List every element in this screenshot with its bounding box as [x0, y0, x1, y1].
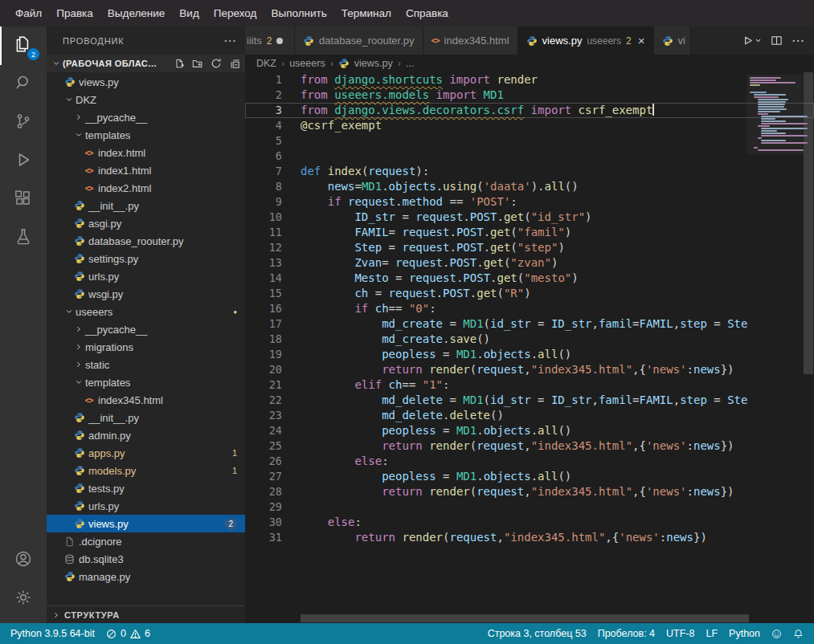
tab-vi[interactable]: vi: [654, 26, 691, 55]
code-line-15[interactable]: 15 ch = request.POST.get("R"): [245, 286, 814, 301]
tree-item-asgi.py[interactable]: asgi.py: [47, 214, 245, 232]
code-line-11[interactable]: 11 FAMIL= request.POST.get("famil"): [245, 225, 814, 240]
tab-iiits[interactable]: iiits2: [245, 26, 295, 55]
tree-item-db.sqlite3[interactable]: db.sqlite3: [47, 550, 245, 568]
tree-item-index1.html[interactable]: <>index1.html: [47, 161, 245, 179]
tree-item-views.py[interactable]: views.py2: [47, 515, 245, 532]
indentation-indicator[interactable]: Пробелов: 4: [592, 623, 661, 644]
tree-item-__pycache__[interactable]: __pycache__: [47, 108, 245, 126]
breadcrumb-item-views[interactable]: views.py: [354, 58, 393, 69]
vertical-scrollbar[interactable]: [804, 72, 813, 374]
code-line-17[interactable]: 17 md_create = MD1(id_str = ID_str,famil…: [245, 316, 814, 332]
run-dropdown-chevron-icon[interactable]: [755, 37, 762, 44]
menu-item-8[interactable]: Справка: [399, 3, 456, 23]
settings-button[interactable]: [0, 580, 47, 618]
refresh-icon[interactable]: [211, 58, 222, 69]
workspace-section-header[interactable]: (РАБОЧАЯ ОБЛАСТЬ) ...: [47, 55, 245, 72]
tree-item-urls.py[interactable]: urls.py: [47, 497, 245, 515]
menu-item-1[interactable]: Файл: [8, 3, 49, 23]
code-line-14[interactable]: 14 Mesto = request.POST.get("mesto"): [245, 271, 814, 286]
code-line-22[interactable]: 22 md_delete = MD1(id_str = ID_str,famil…: [245, 393, 814, 408]
code-line-31[interactable]: 31 return render(request,"index345.html"…: [245, 530, 814, 545]
breadcrumb-item-dkz[interactable]: DKZ: [256, 58, 276, 69]
account-button[interactable]: [0, 541, 47, 580]
outline-section-header[interactable]: СТРУКТУРА: [47, 605, 245, 623]
code-editor[interactable]: 1from django.shortcuts import render2fro…: [245, 72, 814, 623]
language-mode-indicator[interactable]: Python: [723, 623, 766, 644]
code-line-19[interactable]: 19 peopless = MD1.objects.all(): [245, 347, 814, 362]
tree-item-wsgi.py[interactable]: wsgi.py: [47, 285, 245, 303]
tree-item-index2.html[interactable]: <>index2.html: [47, 179, 245, 197]
minimap[interactable]: [747, 75, 803, 154]
problems-indicator[interactable]: 0 6: [100, 623, 156, 644]
tree-item-DKZ[interactable]: DKZ: [47, 91, 245, 108]
tree-item-database_roouter.py[interactable]: database_roouter.py: [47, 232, 245, 250]
code-line-6[interactable]: 6: [245, 149, 814, 164]
code-line-24[interactable]: 24 peopless = MD1.objects.all(): [245, 423, 814, 438]
code-line-23[interactable]: 23 md_delete.delete(): [245, 408, 814, 423]
code-line-18[interactable]: 18 md_create.save(): [245, 332, 814, 347]
close-icon[interactable]: ×: [638, 34, 645, 47]
explorer-activity-button[interactable]: 2: [0, 26, 47, 65]
tree-item-__init__.py[interactable]: __init__.py: [47, 409, 245, 426]
run-debug-activity-button[interactable]: [0, 142, 47, 181]
tree-item-useeers[interactable]: useeers●: [47, 303, 245, 320]
feedback-smiley-icon[interactable]: [766, 623, 787, 644]
code-line-30[interactable]: 30 else:: [245, 515, 814, 530]
menu-item-7[interactable]: Терминал: [334, 3, 399, 23]
tree-item-migrations[interactable]: migrations: [47, 338, 245, 356]
tree-item-apps.py[interactable]: apps.py1: [47, 444, 245, 462]
tree-item-models.py[interactable]: models.py1: [47, 462, 245, 479]
more-actions-icon[interactable]: ⋯: [792, 35, 804, 47]
tree-item-templates[interactable]: templates: [47, 373, 245, 391]
code-line-28[interactable]: 28 return render(request,"index345.html"…: [245, 484, 814, 499]
tree-item-manage.py[interactable]: manage.py: [47, 568, 245, 585]
code-line-13[interactable]: 13 Zvan= request.POST.get("zvan"): [245, 255, 814, 271]
cursor-position-indicator[interactable]: Строка 3, столбец 53: [482, 623, 592, 644]
code-line-25[interactable]: 25 return render(request,"index345.html"…: [245, 438, 814, 454]
code-line-21[interactable]: 21 elif ch== "1":: [245, 377, 814, 393]
tab-database_roouter.py[interactable]: database_roouter.py: [295, 26, 423, 55]
tab-views.py[interactable]: views.pyuseeers2×: [518, 26, 654, 55]
explorer-more-actions-icon[interactable]: ⋯: [223, 33, 237, 48]
code-line-4[interactable]: 4@csrf_exempt: [245, 118, 814, 133]
menu-item-6[interactable]: Выполнить: [264, 3, 333, 23]
tree-item-templates[interactable]: templates: [47, 126, 245, 144]
code-line-1[interactable]: 1from django.shortcuts import render: [245, 72, 814, 88]
code-line-8[interactable]: 8 news=MD1.objects.using('daata').all(): [245, 179, 814, 194]
run-button[interactable]: [742, 35, 754, 47]
menu-item-3[interactable]: Выделение: [100, 3, 173, 23]
code-line-20[interactable]: 20 return render(request,"index345.html"…: [245, 362, 814, 377]
new-folder-icon[interactable]: [192, 58, 203, 69]
menu-item-5[interactable]: Переход: [207, 3, 264, 23]
menu-item-2[interactable]: Правка: [49, 3, 100, 23]
code-line-27[interactable]: 27 peopless = MD1.objects.all(): [245, 469, 814, 484]
code-line-9[interactable]: 9 if request.method == 'POST':: [245, 194, 814, 210]
code-line-29[interactable]: 29: [245, 499, 814, 515]
python-interpreter-indicator[interactable]: Python 3.9.5 64-bit: [5, 623, 100, 644]
testing-activity-button[interactable]: [0, 219, 47, 258]
code-line-7[interactable]: 7def index(request):: [245, 164, 814, 179]
code-line-3[interactable]: 3from django.views.decorators.csrf impor…: [245, 103, 814, 118]
source-control-activity-button[interactable]: [0, 104, 47, 142]
tree-item-views.py[interactable]: views.py: [47, 73, 245, 91]
encoding-indicator[interactable]: UTF-8: [661, 623, 700, 644]
code-line-12[interactable]: 12 Step = request.POST.get("step"): [245, 240, 814, 255]
tree-item-static[interactable]: static: [47, 356, 245, 373]
split-editor-icon[interactable]: [771, 35, 783, 47]
tree-item-tests.py[interactable]: tests.py: [47, 479, 245, 497]
horizontal-scrollbar[interactable]: [301, 614, 749, 622]
extensions-activity-button[interactable]: [0, 181, 47, 219]
tree-item-admin.py[interactable]: admin.py: [47, 426, 245, 444]
menu-item-4[interactable]: Вид: [172, 3, 206, 23]
tree-item-.dcignore[interactable]: .dcignore: [47, 532, 245, 550]
tree-item-index.html[interactable]: <>index.html: [47, 144, 245, 161]
code-line-5[interactable]: 5: [245, 133, 814, 149]
code-line-26[interactable]: 26 else:: [245, 454, 814, 469]
tab-index345.html[interactable]: <>index345.html: [423, 26, 518, 55]
code-line-16[interactable]: 16 if ch== "0":: [245, 301, 814, 316]
eol-indicator[interactable]: LF: [700, 623, 723, 644]
code-line-2[interactable]: 2from useeers.models import MD1: [245, 88, 814, 103]
code-line-10[interactable]: 10 ID_str = request.POST.get("id_str"): [245, 210, 814, 225]
breadcrumb-item-useeers[interactable]: useeers: [289, 58, 325, 69]
